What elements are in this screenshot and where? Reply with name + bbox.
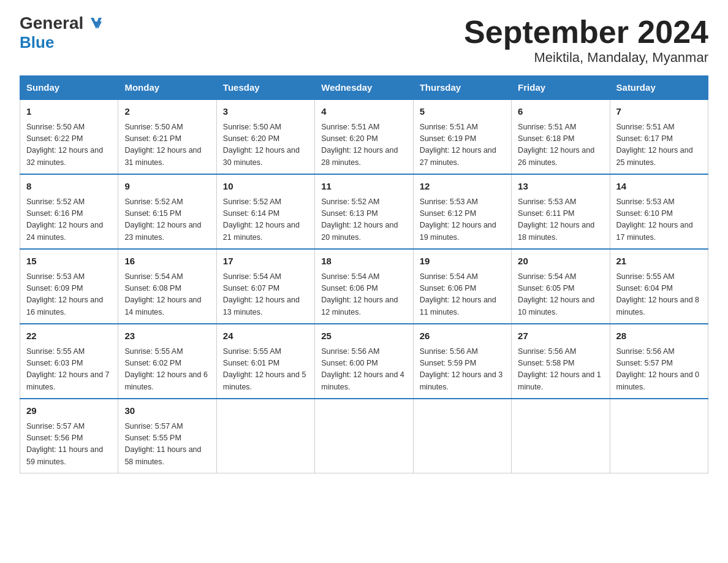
calendar-cell: 12Sunrise: 5:53 AMSunset: 6:12 PMDayligh… xyxy=(413,174,511,249)
day-number: 14 xyxy=(616,180,702,194)
calendar-cell: 26Sunrise: 5:56 AMSunset: 5:59 PMDayligh… xyxy=(413,324,511,399)
page-header: General Blue September 2024 Meiktila, Ma… xyxy=(20,15,708,66)
calendar-cell xyxy=(610,399,708,473)
day-info: Sunrise: 5:54 AMSunset: 6:08 PMDaylight:… xyxy=(124,271,210,319)
title-area: September 2024 Meiktila, Mandalay, Myanm… xyxy=(464,15,708,66)
calendar-title: September 2024 xyxy=(464,15,708,50)
logo-general-text: General xyxy=(20,15,83,32)
calendar-cell xyxy=(315,399,413,473)
calendar-cell: 4Sunrise: 5:51 AMSunset: 6:20 PMDaylight… xyxy=(315,99,413,174)
calendar-cell: 29Sunrise: 5:57 AMSunset: 5:56 PMDayligh… xyxy=(20,399,118,473)
calendar-header-row: SundayMondayTuesdayWednesdayThursdayFrid… xyxy=(20,76,708,100)
day-info: Sunrise: 5:54 AMSunset: 6:05 PMDaylight:… xyxy=(518,271,603,319)
calendar-cell: 15Sunrise: 5:53 AMSunset: 6:09 PMDayligh… xyxy=(20,249,118,324)
calendar-cell: 19Sunrise: 5:54 AMSunset: 6:06 PMDayligh… xyxy=(413,249,511,324)
day-info: Sunrise: 5:54 AMSunset: 6:07 PMDaylight:… xyxy=(223,271,308,319)
logo-icon xyxy=(86,17,106,30)
calendar-cell: 7Sunrise: 5:51 AMSunset: 6:17 PMDaylight… xyxy=(610,99,708,174)
logo-blue-text: Blue xyxy=(20,33,54,52)
calendar-table: SundayMondayTuesdayWednesdayThursdayFrid… xyxy=(20,75,708,473)
day-number: 12 xyxy=(420,180,505,194)
day-info: Sunrise: 5:54 AMSunset: 6:06 PMDaylight:… xyxy=(321,271,406,319)
calendar-cell: 21Sunrise: 5:55 AMSunset: 6:04 PMDayligh… xyxy=(610,249,708,324)
day-number: 5 xyxy=(420,105,505,119)
calendar-cell xyxy=(216,399,314,473)
day-info: Sunrise: 5:56 AMSunset: 5:59 PMDaylight:… xyxy=(420,346,505,394)
day-info: Sunrise: 5:52 AMSunset: 6:13 PMDaylight:… xyxy=(321,196,406,244)
day-number: 10 xyxy=(223,180,308,194)
calendar-cell: 9Sunrise: 5:52 AMSunset: 6:15 PMDaylight… xyxy=(118,174,216,249)
day-number: 19 xyxy=(420,255,505,269)
day-info: Sunrise: 5:56 AMSunset: 5:57 PMDaylight:… xyxy=(616,346,702,394)
logo: General Blue xyxy=(20,15,106,52)
day-number: 30 xyxy=(124,404,210,418)
day-number: 23 xyxy=(124,329,210,343)
calendar-week-row: 22Sunrise: 5:55 AMSunset: 6:03 PMDayligh… xyxy=(20,324,708,399)
day-info: Sunrise: 5:57 AMSunset: 5:56 PMDaylight:… xyxy=(26,421,112,469)
day-info: Sunrise: 5:57 AMSunset: 5:55 PMDaylight:… xyxy=(124,421,210,469)
day-info: Sunrise: 5:51 AMSunset: 6:20 PMDaylight:… xyxy=(321,121,406,169)
day-info: Sunrise: 5:56 AMSunset: 6:00 PMDaylight:… xyxy=(321,346,406,394)
day-header-tuesday: Tuesday xyxy=(216,76,314,100)
day-number: 1 xyxy=(26,105,112,119)
day-number: 6 xyxy=(518,105,603,119)
calendar-cell: 20Sunrise: 5:54 AMSunset: 6:05 PMDayligh… xyxy=(512,249,610,324)
calendar-week-row: 8Sunrise: 5:52 AMSunset: 6:16 PMDaylight… xyxy=(20,174,708,249)
day-info: Sunrise: 5:55 AMSunset: 6:04 PMDaylight:… xyxy=(616,271,702,319)
day-number: 3 xyxy=(223,105,308,119)
calendar-cell: 13Sunrise: 5:53 AMSunset: 6:11 PMDayligh… xyxy=(512,174,610,249)
day-number: 15 xyxy=(26,255,112,269)
calendar-cell: 24Sunrise: 5:55 AMSunset: 6:01 PMDayligh… xyxy=(216,324,314,399)
day-number: 25 xyxy=(321,329,406,343)
calendar-cell: 2Sunrise: 5:50 AMSunset: 6:21 PMDaylight… xyxy=(118,99,216,174)
day-number: 24 xyxy=(223,329,308,343)
calendar-cell xyxy=(512,399,610,473)
calendar-cell: 16Sunrise: 5:54 AMSunset: 6:08 PMDayligh… xyxy=(118,249,216,324)
day-info: Sunrise: 5:52 AMSunset: 6:14 PMDaylight:… xyxy=(223,196,308,244)
day-number: 18 xyxy=(321,255,406,269)
calendar-cell: 22Sunrise: 5:55 AMSunset: 6:03 PMDayligh… xyxy=(20,324,118,399)
day-header-monday: Monday xyxy=(118,76,216,100)
day-number: 2 xyxy=(124,105,210,119)
calendar-cell: 10Sunrise: 5:52 AMSunset: 6:14 PMDayligh… xyxy=(216,174,314,249)
calendar-cell: 5Sunrise: 5:51 AMSunset: 6:19 PMDaylight… xyxy=(413,99,511,174)
day-info: Sunrise: 5:54 AMSunset: 6:06 PMDaylight:… xyxy=(420,271,505,319)
calendar-cell: 18Sunrise: 5:54 AMSunset: 6:06 PMDayligh… xyxy=(315,249,413,324)
day-number: 11 xyxy=(321,180,406,194)
day-info: Sunrise: 5:53 AMSunset: 6:09 PMDaylight:… xyxy=(26,271,112,319)
day-header-thursday: Thursday xyxy=(413,76,511,100)
day-number: 9 xyxy=(124,180,210,194)
day-number: 20 xyxy=(518,255,603,269)
day-number: 27 xyxy=(518,329,603,343)
calendar-cell: 8Sunrise: 5:52 AMSunset: 6:16 PMDaylight… xyxy=(20,174,118,249)
calendar-week-row: 29Sunrise: 5:57 AMSunset: 5:56 PMDayligh… xyxy=(20,399,708,473)
day-info: Sunrise: 5:50 AMSunset: 6:21 PMDaylight:… xyxy=(124,121,210,169)
calendar-cell: 30Sunrise: 5:57 AMSunset: 5:55 PMDayligh… xyxy=(118,399,216,473)
calendar-cell: 11Sunrise: 5:52 AMSunset: 6:13 PMDayligh… xyxy=(315,174,413,249)
calendar-cell: 28Sunrise: 5:56 AMSunset: 5:57 PMDayligh… xyxy=(610,324,708,399)
calendar-cell: 6Sunrise: 5:51 AMSunset: 6:18 PMDaylight… xyxy=(512,99,610,174)
day-number: 28 xyxy=(616,329,702,343)
day-number: 8 xyxy=(26,180,112,194)
calendar-subtitle: Meiktila, Mandalay, Myanmar xyxy=(464,50,708,66)
day-header-friday: Friday xyxy=(512,76,610,100)
day-info: Sunrise: 5:51 AMSunset: 6:19 PMDaylight:… xyxy=(420,121,505,169)
day-number: 21 xyxy=(616,255,702,269)
day-number: 17 xyxy=(223,255,308,269)
calendar-week-row: 15Sunrise: 5:53 AMSunset: 6:09 PMDayligh… xyxy=(20,249,708,324)
day-number: 7 xyxy=(616,105,702,119)
day-info: Sunrise: 5:51 AMSunset: 6:17 PMDaylight:… xyxy=(616,121,702,169)
calendar-cell: 27Sunrise: 5:56 AMSunset: 5:58 PMDayligh… xyxy=(512,324,610,399)
calendar-cell: 3Sunrise: 5:50 AMSunset: 6:20 PMDaylight… xyxy=(216,99,314,174)
calendar-cell: 17Sunrise: 5:54 AMSunset: 6:07 PMDayligh… xyxy=(216,249,314,324)
calendar-cell: 14Sunrise: 5:53 AMSunset: 6:10 PMDayligh… xyxy=(610,174,708,249)
calendar-cell: 25Sunrise: 5:56 AMSunset: 6:00 PMDayligh… xyxy=(315,324,413,399)
calendar-cell: 1Sunrise: 5:50 AMSunset: 6:22 PMDaylight… xyxy=(20,99,118,174)
calendar-cell: 23Sunrise: 5:55 AMSunset: 6:02 PMDayligh… xyxy=(118,324,216,399)
day-info: Sunrise: 5:55 AMSunset: 6:03 PMDaylight:… xyxy=(26,346,112,394)
day-number: 29 xyxy=(26,404,112,418)
day-number: 4 xyxy=(321,105,406,119)
day-header-saturday: Saturday xyxy=(610,76,708,100)
day-info: Sunrise: 5:50 AMSunset: 6:22 PMDaylight:… xyxy=(26,121,112,169)
day-number: 22 xyxy=(26,329,112,343)
